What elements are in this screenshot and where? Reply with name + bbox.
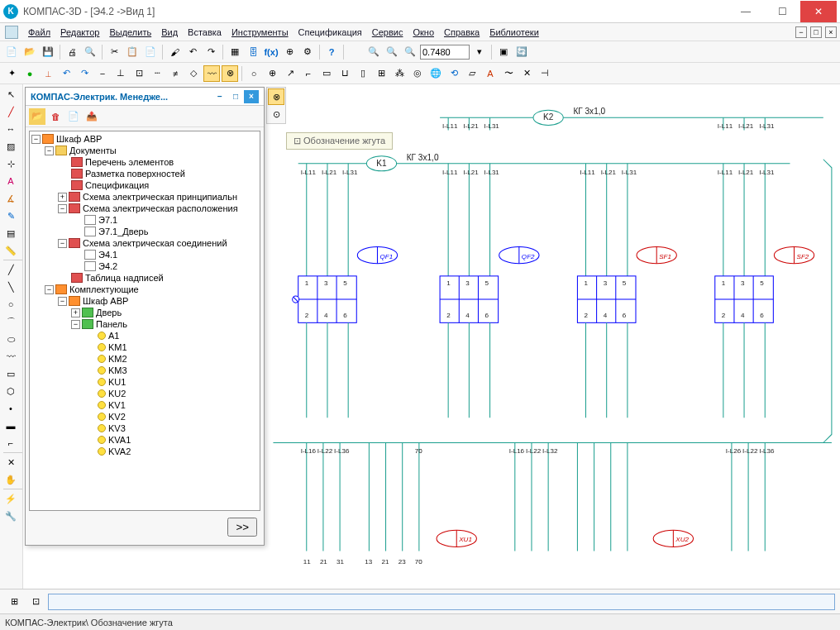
menu-icon[interactable] [5,26,18,39]
spline-icon[interactable]: 〰 [2,348,20,365]
tree-root[interactable]: Шкаф АВР [56,134,102,144]
tree-item[interactable]: Перечень элементов [85,157,174,167]
minimize-button[interactable]: — [728,1,764,22]
dim-icon[interactable]: ↔ [2,121,20,137]
tree-exp[interactable]: + [58,193,67,202]
link-icon[interactable]: ⟂ [40,65,56,82]
tree-component[interactable]: A1 [108,331,119,341]
grid-icon[interactable]: ▦ [227,44,243,60]
print-icon[interactable]: 🖨 [64,44,80,60]
panel-export-icon[interactable]: 📤 [84,108,100,125]
circle-icon[interactable]: ○ [246,65,262,82]
cursor-icon[interactable]: ↖ [2,86,20,103]
panel-more-button[interactable]: >> [227,518,257,537]
tree-exp[interactable]: − [71,320,80,329]
help-icon[interactable]: ? [323,44,340,60]
tree-item[interactable]: Спецификация [85,180,149,190]
undo-icon[interactable]: ↶ [184,44,201,60]
wire-tool-icon[interactable]: 〰 [203,65,220,82]
harness-mode-icon[interactable]: ⊗ [268,88,284,105]
close-button[interactable]: ✕ [800,1,837,22]
cut-icon[interactable]: ✂ [106,44,122,60]
menu-window[interactable]: Окно [408,26,439,39]
panel-restore-icon[interactable]: □ [228,90,243,103]
zoom-input[interactable] [420,45,470,60]
panel-close-icon[interactable]: × [244,90,259,103]
tree-exp[interactable]: − [45,285,54,294]
layer-icon[interactable]: ▣ [495,44,512,60]
neq-icon[interactable]: ≠ [167,65,184,82]
gear-icon[interactable]: ⚙ [299,44,316,60]
maximize-button[interactable]: ☐ [764,1,800,22]
tree-dver[interactable]: Дверь [96,308,122,317]
edit-icon[interactable]: ✎ [2,208,20,224]
menu-view[interactable]: Вид [156,26,183,39]
point-icon[interactable]: • [2,400,20,417]
a-icon[interactable]: A [482,65,499,82]
menu-insert[interactable]: Вставка [183,26,227,39]
tree-item[interactable]: Схема электрическая расположения [83,203,238,213]
brush-icon[interactable]: 🖌 [166,44,183,60]
ell-icon[interactable]: ⬭ [2,331,20,347]
fx-icon[interactable]: f(x) [263,44,279,60]
open-icon[interactable]: 📂 [21,44,38,60]
bolt-icon[interactable]: ⚡ [2,490,20,507]
menu-libs[interactable]: Библиотеки [484,26,544,39]
panel-delete-icon[interactable]: 🗑 [47,108,64,125]
star-icon[interactable]: ✦ [3,65,20,82]
corner-icon[interactable]: ⌐ [300,65,317,82]
join-icon[interactable]: ⊔ [336,65,353,82]
tree-component[interactable]: KM2 [108,354,127,364]
tree-captions[interactable]: Таблица надписей [85,273,164,283]
zoom-in-icon[interactable]: 🔍 [384,44,400,60]
angle-icon[interactable]: ∡ [2,190,20,207]
copy-icon[interactable]: 📋 [124,44,141,60]
cross-icon[interactable]: ✕ [518,65,535,82]
harness-alt-icon[interactable]: ⊙ [268,106,284,122]
tree-component[interactable]: KM1 [108,342,127,352]
tag-icon[interactable]: ▱ [464,65,480,82]
rot-icon[interactable]: ⟲ [446,65,462,82]
menu-service[interactable]: Сервис [367,26,408,39]
circ-icon[interactable]: ○ [2,296,20,313]
panel-new-icon[interactable]: 📄 [65,108,82,125]
panel-open-icon[interactable]: 📂 [29,108,45,125]
param-icon[interactable]: ▤ [2,225,20,241]
tree-component[interactable]: KVA2 [108,446,131,456]
mdi-restore-icon[interactable]: □ [810,26,822,38]
target2-icon[interactable]: ⊕ [264,65,280,82]
tree-component[interactable]: KV2 [108,412,126,422]
tree-docs[interactable]: Документы [69,146,117,155]
tree-component[interactable]: KV3 [108,423,126,433]
new-icon[interactable]: 📄 [3,44,20,60]
wire2-icon[interactable]: 〜 [500,65,517,82]
redo-icon[interactable]: ↷ [203,44,219,60]
ring-icon[interactable]: ◎ [409,65,426,82]
tree-component[interactable]: KU2 [108,389,126,399]
globe-icon[interactable]: 🌐 [427,65,444,82]
menu-spec[interactable]: Спецификация [294,26,367,39]
harness-tool-icon[interactable]: ⊗ [222,65,238,82]
cmd-icon2[interactable]: ⊡ [26,594,45,610]
tree-panel[interactable]: Панель [96,319,127,329]
mdi-minimize-icon[interactable]: − [795,26,807,38]
seg2-icon[interactable]: ╲ [2,279,20,295]
tree-conn[interactable]: Схема электрическая соединений [83,238,227,248]
zoom-out-icon[interactable]: 🔍 [402,44,418,60]
meas-icon[interactable]: 📏 [2,242,20,259]
tree-shkaf2[interactable]: Шкаф АВР [83,296,128,306]
tree-view[interactable]: −Шкаф АВР −Документы Перечень элементов … [29,131,260,511]
tree-component[interactable]: KU1 [108,377,126,387]
menu-editor[interactable]: Редактор [55,26,104,39]
hatch-icon[interactable]: ▨ [2,138,20,155]
node-icon[interactable]: ● [21,65,38,82]
paste-icon[interactable]: 📄 [142,44,159,60]
tree-exp[interactable]: − [58,204,67,213]
tree-exp[interactable]: + [71,308,80,317]
menu-help[interactable]: Справка [439,26,484,39]
tree-item[interactable]: Разметка поверхностей [85,169,185,179]
panel-titlebar[interactable]: КОМПАС-Электрик. Менедже... − □ × [26,88,264,106]
fill-icon[interactable]: ▬ [2,418,20,434]
group-icon[interactable]: ⊞ [373,65,389,82]
dot-icon[interactable]: ⊡ [131,65,147,82]
